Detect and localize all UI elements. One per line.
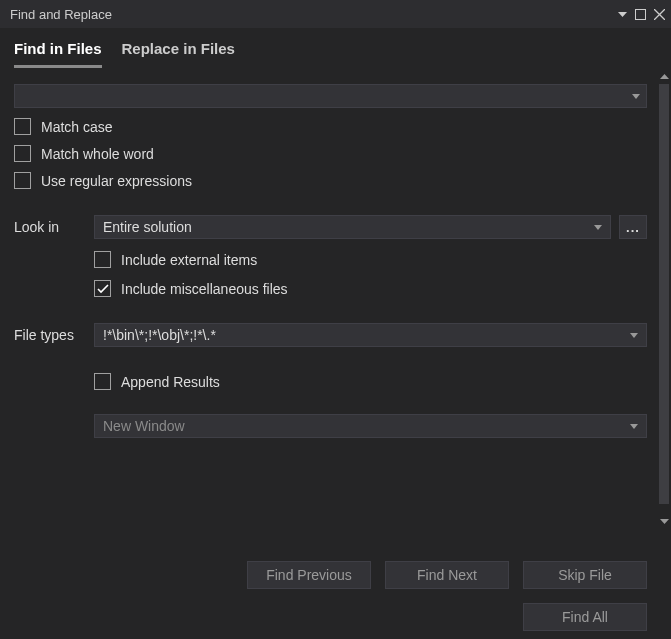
match-case-label: Match case [41, 119, 113, 135]
use-regex-row: Use regular expressions [14, 172, 647, 189]
include-misc-row: Include miscellaneous files [94, 280, 647, 297]
file-types-select[interactable]: !*\bin\*;!*\obj\*;!*\.* [94, 323, 647, 347]
scroll-down-icon[interactable] [657, 513, 671, 529]
look-in-options: Include external items Include miscellan… [94, 251, 647, 297]
chevron-down-icon [594, 225, 602, 230]
include-external-checkbox[interactable] [94, 251, 111, 268]
file-types-value: !*\bin\*;!*\obj\*;!*\.* [103, 327, 216, 343]
scroll-area: Match case Match whole word Use regular … [0, 68, 657, 639]
results-window-select[interactable]: New Window [94, 414, 647, 438]
window-title: Find and Replace [10, 7, 112, 22]
find-all-button[interactable]: Find All [523, 603, 647, 631]
match-whole-word-label: Match whole word [41, 146, 154, 162]
use-regex-label: Use regular expressions [41, 173, 192, 189]
title-bar: Find and Replace [0, 0, 671, 28]
chevron-down-icon [630, 424, 638, 429]
browse-button[interactable]: ... [619, 215, 647, 239]
include-external-label: Include external items [121, 252, 257, 268]
maximize-icon[interactable] [635, 9, 646, 20]
include-misc-checkbox[interactable] [94, 280, 111, 297]
svg-rect-0 [636, 9, 646, 19]
match-case-row: Match case [14, 118, 647, 135]
tab-strip: Find in Files Replace in Files [0, 28, 671, 68]
look-in-select[interactable]: Entire solution [94, 215, 611, 239]
match-whole-word-row: Match whole word [14, 145, 647, 162]
search-term-input[interactable] [14, 84, 647, 108]
close-icon[interactable] [654, 9, 665, 20]
results-window-value: New Window [103, 418, 185, 434]
action-buttons: Find Previous Find Next Skip File Find A… [247, 561, 647, 631]
scrollbar[interactable] [657, 68, 671, 639]
scroll-up-icon[interactable] [657, 68, 671, 84]
chevron-down-icon [632, 94, 640, 99]
append-results-label: Append Results [121, 374, 220, 390]
append-results-row: Append Results [94, 373, 647, 390]
include-misc-label: Include miscellaneous files [121, 281, 288, 297]
skip-file-button[interactable]: Skip File [523, 561, 647, 589]
find-next-button[interactable]: Find Next [385, 561, 509, 589]
include-external-row: Include external items [94, 251, 647, 268]
tab-replace-in-files[interactable]: Replace in Files [122, 40, 235, 68]
append-results-checkbox[interactable] [94, 373, 111, 390]
look-in-row: Look in Entire solution ... [14, 215, 647, 239]
look-in-value: Entire solution [103, 219, 192, 235]
tab-find-in-files[interactable]: Find in Files [14, 40, 102, 68]
window-menu-dropdown-icon[interactable] [618, 12, 627, 17]
window-controls [618, 9, 665, 20]
results-options: Append Results New Window [94, 373, 647, 438]
match-whole-word-checkbox[interactable] [14, 145, 31, 162]
find-previous-button[interactable]: Find Previous [247, 561, 371, 589]
panel-body: Match case Match whole word Use regular … [0, 68, 671, 639]
file-types-label: File types [14, 327, 86, 343]
scrollbar-thumb[interactable] [659, 84, 669, 504]
look-in-label: Look in [14, 219, 86, 235]
chevron-down-icon [630, 333, 638, 338]
use-regex-checkbox[interactable] [14, 172, 31, 189]
file-types-row: File types !*\bin\*;!*\obj\*;!*\.* [14, 323, 647, 347]
match-case-checkbox[interactable] [14, 118, 31, 135]
